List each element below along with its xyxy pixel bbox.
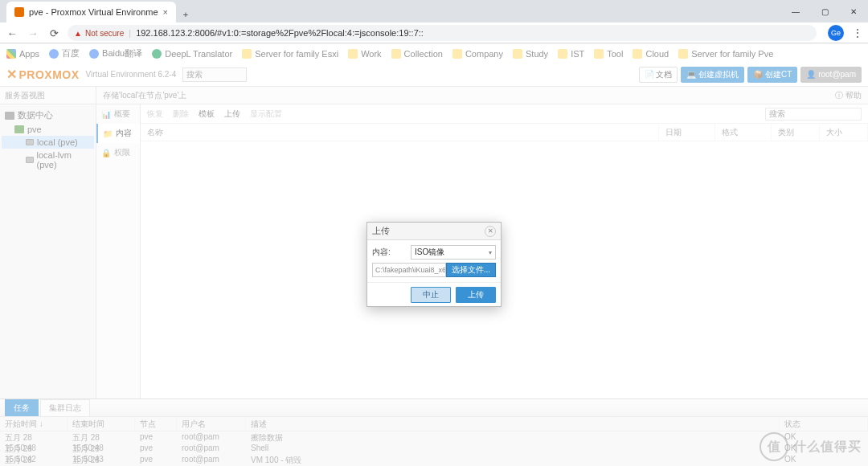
help-button[interactable]: ⓘ 帮助 [835,90,862,101]
log-col-status[interactable]: 状态 [780,417,868,431]
col-type[interactable]: 类别 [772,124,820,141]
proxmox-logo: ✕PROXMOX [6,67,80,82]
folder-icon [558,49,567,59]
choose-file-button[interactable]: 选择文件... [446,263,496,277]
bookmarks-bar: Apps 百度 Baidu翻译 DeepL Translator Server … [0,43,868,63]
storage-icon [26,139,34,145]
log-tabs: 任务 集群日志 [0,399,868,417]
chrome-menu-icon[interactable]: ⋮ [852,27,863,39]
bookmark-item[interactable]: DeepL Translator [152,49,232,59]
log-tab-tasks[interactable]: 任务 [5,399,39,416]
folder-icon [513,49,522,59]
browser-tab[interactable]: pve - Proxmox Virtual Environme × [6,2,176,22]
folder-icon [594,49,604,59]
bookmark-folder[interactable]: IST [558,49,584,59]
subnav-permissions[interactable]: 🔒 权限 [96,143,140,162]
subnav-summary[interactable]: 📊 概要 [96,104,140,124]
profile-avatar[interactable]: Ge [828,25,844,41]
col-date[interactable]: 日期 [659,124,715,141]
log-row[interactable]: 五月 28 15:50:42五月 28 15:50:43pveroot@pamS… [0,443,868,454]
logo-x-icon: ✕ [6,67,18,82]
abort-button[interactable]: 中止 [411,287,451,303]
tree-storage-local-lvm[interactable]: local-lvm (pve) [2,149,94,171]
tree-datacenter[interactable]: 数据中心 [2,108,94,123]
create-vm-button[interactable]: 💻 创建虚拟机 [681,67,744,83]
log-col-end[interactable]: 结束时间 [68,417,135,431]
bookmark-folder[interactable]: Tool [594,49,623,59]
tab-favicon [14,7,24,17]
bookmark-folder[interactable]: Server for family Esxi [242,49,338,59]
address-bar[interactable]: ▲Not secure | 192.168.123.2:8006/#v1:0:=… [68,25,817,41]
bookmark-item[interactable]: 百度 [49,47,80,59]
site-icon [49,49,59,59]
delete-button[interactable]: 删除 [173,108,189,120]
folder-icon [391,49,401,59]
show-config-button[interactable]: 显示配置 [250,108,282,120]
storage-icon [26,157,34,163]
folder-icon [452,49,462,59]
modal-title: 上传 [372,225,390,237]
window-close-icon[interactable]: ✕ [839,0,868,22]
folder-icon [678,49,688,59]
bookmark-folder[interactable]: Study [513,49,548,59]
content-select[interactable]: ISO镜像 ▾ [411,245,496,260]
log-col-desc[interactable]: 描述 [246,417,780,431]
bookmark-folder[interactable]: Server for family Pve [678,49,773,59]
breadcrumb: 存储'local'在节点'pve'上 ⓘ 帮助 [96,87,868,104]
log-table-header: 开始时间 ↓ 结束时间 节点 用户名 描述 状态 [0,417,868,431]
tree-node-pve[interactable]: pve [2,123,94,136]
file-path-field[interactable]: C:\fakepath\iKuai8_x64_3.3.7_ [372,263,446,277]
col-name[interactable]: 名称 [141,124,659,141]
node-icon [14,125,24,133]
bookmark-folder[interactable]: Cloud [633,49,669,59]
log-row[interactable]: 五月 28 15:50:40五月 28 15:50:41pveroot@pamV… [0,454,868,465]
folder-icon [242,49,252,59]
bookmark-folder[interactable]: Collection [391,49,443,59]
pve-search-input[interactable] [182,67,247,82]
content-table-header: 名称 日期 格式 类别 大小 [141,124,868,141]
log-col-user[interactable]: 用户名 [177,417,246,431]
tab-close-icon[interactable]: × [163,7,168,17]
log-rows: 五月 28 15:50:48五月 28 15:50:48pveroot@pam擦… [0,431,868,466]
pve-version: Virtual Environment 6.2-4 [86,70,177,79]
bookmark-folder[interactable]: Company [452,49,503,59]
server-tree-sidebar: 服务器视图 数据中心 pve local (pve) local-lvm (pv… [0,87,96,399]
log-col-start[interactable]: 开始时间 ↓ [0,417,68,431]
log-row[interactable]: 五月 28 15:50:48五月 28 15:50:48pveroot@pam擦… [0,431,868,443]
pve-header: ✕PROXMOX Virtual Environment 6.2-4 📄 文档 … [0,63,868,87]
datacenter-icon [5,112,14,120]
upload-submit-button[interactable]: 上传 [456,287,496,303]
site-icon [152,49,162,59]
log-tab-cluster[interactable]: 集群日志 [40,399,90,416]
col-size[interactable]: 大小 [820,124,868,141]
bookmark-apps[interactable]: Apps [6,49,39,59]
folder-icon [348,49,358,59]
modal-header[interactable]: 上传 ✕ [367,223,501,240]
create-ct-button[interactable]: 📦 创建CT [747,67,797,83]
window-minimize-icon[interactable]: — [781,0,810,22]
modal-close-icon[interactable]: ✕ [485,226,496,237]
not-secure-label: Not secure [85,29,124,38]
subnav-content[interactable]: 📁 内容 [96,124,140,143]
new-tab-button[interactable]: + [176,10,195,22]
back-icon[interactable]: ← [5,26,19,40]
tree-storage-local[interactable]: local (pve) [2,136,94,149]
docs-button[interactable]: 📄 文档 [639,67,678,83]
chevron-down-icon: ▾ [489,249,492,256]
content-table-body [141,141,868,399]
upload-modal: 上传 ✕ 内容: ISO镜像 ▾ C:\fakepath\iKuai8_x64_… [366,222,502,307]
user-menu-button[interactable]: 👤 root@pam [800,67,862,83]
bookmark-folder[interactable]: Work [348,49,381,59]
template-button[interactable]: 模板 [199,108,215,120]
bookmark-item[interactable]: Baidu翻译 [89,47,142,59]
apps-icon [6,49,16,59]
reload-icon[interactable]: ⟳ [47,26,61,40]
col-format[interactable]: 格式 [715,124,772,141]
window-maximize-icon[interactable]: ▢ [810,0,839,22]
content-search-input[interactable] [765,108,862,121]
forward-icon[interactable]: → [26,26,40,40]
folder-icon [633,49,642,59]
upload-button[interactable]: 上传 [224,108,240,120]
log-col-node[interactable]: 节点 [135,417,177,431]
restore-button[interactable]: 恢复 [147,108,163,120]
